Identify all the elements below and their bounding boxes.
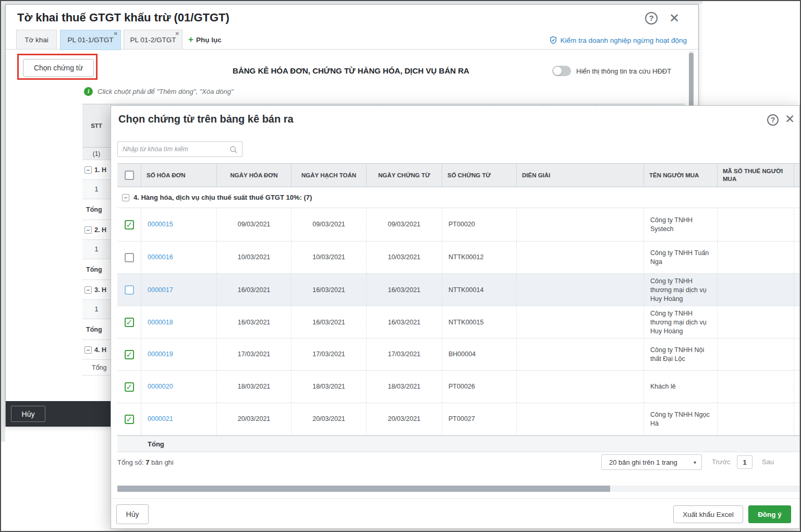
doc-number-cell: PT00026: [442, 371, 517, 403]
doc-date-cell: 10/03/2021: [367, 241, 442, 273]
invoice-number-link[interactable]: 0000020: [141, 371, 217, 403]
table-row[interactable]: 0000016 10/03/2021 10/03/2021 10/03/2021…: [117, 241, 800, 274]
help-icon[interactable]: ?: [767, 114, 779, 126]
collapse-icon[interactable]: −: [84, 346, 92, 354]
row-checkbox[interactable]: [125, 253, 134, 262]
buyer-name-cell: Công ty TNHH Nội thất Đại Lộc: [644, 338, 718, 370]
doc-number-cell: NTTK00015: [442, 306, 517, 339]
hint-row: i Click chuột phải để "Thêm dòng", "Xóa …: [84, 87, 234, 96]
invoice-number-link[interactable]: 0000017: [141, 274, 217, 307]
confirm-button[interactable]: Đồng ý: [748, 505, 791, 523]
select-all-checkbox[interactable]: [125, 171, 134, 180]
tab-pl-01-1-gtgt[interactable]: PL 01-1/GTGT ✕: [60, 30, 121, 50]
page-size-value: 20 bản ghi trên 1 trang: [609, 458, 677, 466]
cell-text: (1): [93, 150, 101, 158]
table-row: Tổng: [82, 259, 111, 280]
search-icon[interactable]: [229, 146, 238, 154]
help-icon[interactable]: ?: [645, 12, 658, 25]
invoice-number-link[interactable]: 0000016: [141, 241, 217, 273]
tab-label: PL 01-1/GTGT: [67, 36, 113, 44]
table-row[interactable]: 0000021 20/03/2021 20/03/2021 20/03/2021…: [117, 403, 800, 436]
posting-date-cell: 16/03/2021: [292, 274, 367, 307]
table-row[interactable]: 0000017 16/03/2021 16/03/2021 16/03/2021…: [117, 274, 800, 306]
column-header-invoice-no: SỐ HÓA ĐƠN: [141, 164, 217, 187]
pagination-next[interactable]: Sau: [762, 458, 774, 466]
record-count-prefix: Tổng số:: [117, 458, 144, 466]
sales-list-section-title: BẢNG KÊ HÓA ĐƠN, CHỨNG TỪ HÀNG HÓA, DỊCH…: [228, 66, 474, 75]
table-row[interactable]: −1. H: [82, 160, 111, 180]
cell-text: 3. H: [94, 286, 106, 294]
row-checkbox[interactable]: [125, 350, 134, 359]
invoice-number-link[interactable]: 0000018: [141, 306, 217, 339]
collapse-icon[interactable]: −: [84, 226, 92, 234]
window-title: Tờ khai thuế GTGT khấu trừ (01/GTGT): [17, 11, 229, 25]
doc-number-cell: NTTK00014: [442, 274, 517, 307]
table-row[interactable]: 0000020 18/03/2021 18/03/2021 18/03/2021…: [117, 371, 800, 403]
hint-text: Click chuột phải để "Thêm dòng", "Xóa dò…: [98, 88, 234, 95]
row-checkbox[interactable]: [125, 285, 134, 295]
posting-date-cell: 18/03/2021: [292, 371, 367, 403]
choose-document-button[interactable]: Chọn chứng từ: [23, 59, 94, 77]
table-row[interactable]: −4. H: [82, 340, 111, 360]
tab-pl-01-2-gtgt[interactable]: PL 01-2/GTGT ✕: [124, 30, 183, 50]
invoice-number-link[interactable]: 0000015: [141, 208, 217, 241]
tab-to-khai[interactable]: Tờ khai: [16, 30, 57, 50]
collapse-icon[interactable]: −: [84, 166, 92, 174]
cancel-button[interactable]: Hủy: [116, 504, 149, 524]
horizontal-scrollbar[interactable]: [117, 486, 799, 492]
shield-check-icon: [549, 36, 557, 44]
tax-code-cell: [718, 306, 794, 339]
doc-number-cell: PT00020: [442, 208, 517, 241]
doc-date-cell: 18/03/2021: [367, 371, 442, 403]
pagination-prev[interactable]: Trước: [712, 458, 731, 466]
table-row[interactable]: −2. H: [82, 220, 111, 240]
cell-text: 1: [95, 186, 99, 193]
tax-group-row[interactable]: − 4. Hàng hóa, dịch vụ chịu thuế suất th…: [117, 187, 800, 208]
collapse-icon[interactable]: −: [84, 286, 92, 294]
cell-text: Tổng: [86, 266, 102, 273]
posting-date-cell: 20/03/2021: [292, 403, 367, 435]
record-count: Tổng số: 7 bản ghi: [117, 458, 174, 466]
row-checkbox[interactable]: [125, 318, 134, 327]
clipped-cell: [794, 403, 800, 435]
tab-close-icon[interactable]: ✕: [175, 31, 179, 37]
clipped-cell: [794, 208, 800, 241]
description-cell: [517, 241, 644, 273]
invoice-number-link[interactable]: 0000021: [141, 403, 217, 435]
description-cell: [517, 208, 644, 241]
scrollbar-thumb[interactable]: [117, 486, 610, 492]
column-header-posting-date: NGÀY HẠCH TOÁN: [292, 164, 367, 187]
export-excel-button[interactable]: Xuất khẩu Excel: [673, 505, 743, 523]
table-row[interactable]: 0000019 17/03/2021 17/03/2021 17/03/2021…: [117, 338, 800, 371]
hddt-toggle[interactable]: [552, 66, 571, 76]
chevron-down-icon: ▾: [694, 460, 696, 465]
row-checkbox[interactable]: [125, 415, 134, 424]
search-input[interactable]: [123, 142, 224, 156]
buyer-name-cell: Công ty TNHH Systech: [644, 208, 718, 241]
table-row[interactable]: 0000018 16/03/2021 16/03/2021 16/03/2021…: [117, 306, 800, 338]
add-appendix-button[interactable]: + Phụ lục: [188, 30, 222, 50]
screenshot-canvas: Tờ khai thuế GTGT khấu trừ (01/GTGT) ? ✕…: [0, 0, 801, 532]
invoice-number-link[interactable]: 0000019: [141, 338, 217, 370]
row-checkbox[interactable]: [125, 220, 134, 229]
close-icon[interactable]: ✕: [785, 112, 795, 126]
table-header-row: SỐ HÓA ĐƠN NGÀY HÓA ĐƠN NGÀY HẠCH TOÁN N…: [117, 163, 800, 187]
row-checkbox[interactable]: [125, 382, 134, 392]
invoice-date-cell: 18/03/2021: [217, 371, 292, 403]
page-size-dropdown[interactable]: 20 bản ghi trên 1 trang ▾: [601, 454, 702, 470]
tax-code-cell: [718, 403, 794, 435]
table-row[interactable]: 0000015 09/03/2021 09/03/2021 09/03/2021…: [117, 208, 800, 241]
close-icon[interactable]: ✕: [669, 12, 679, 25]
check-company-status-link[interactable]: Kiểm tra doanh nghiệp ngừng hoạt động: [549, 36, 687, 44]
column-header-description: DIỄN GIẢI: [517, 164, 644, 187]
table-row[interactable]: −3. H: [82, 280, 111, 300]
doc-date-cell: 09/03/2021: [367, 208, 442, 241]
clipped-cell: [794, 306, 800, 339]
table-summary-row: Tổng: [117, 436, 800, 452]
page-margin: [1, 1, 5, 442]
page-number-input[interactable]: [737, 455, 753, 469]
cancel-button[interactable]: Hủy: [11, 406, 45, 422]
tab-close-icon[interactable]: ✕: [114, 31, 118, 37]
cell-text: Tổng: [92, 364, 107, 371]
collapse-icon[interactable]: −: [122, 194, 129, 201]
